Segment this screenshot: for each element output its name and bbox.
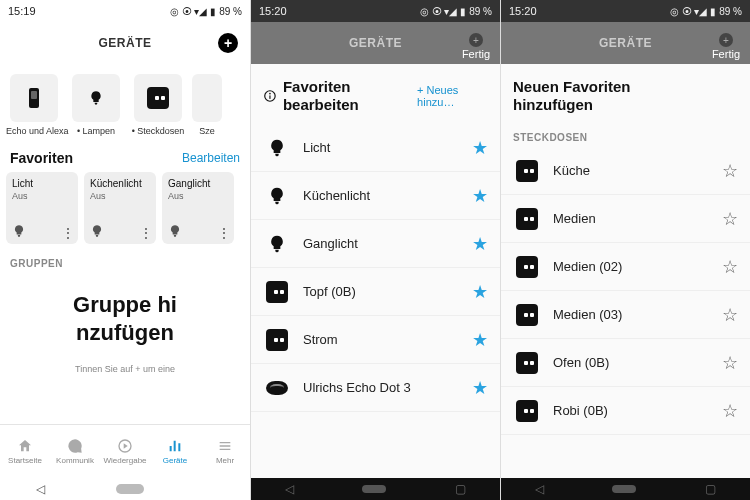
category-lamps[interactable]: • Lampen [68, 74, 124, 136]
favorite-list: Licht ★ Küchenlicht ★ Ganglicht ★ Topf (… [251, 124, 500, 412]
favorite-tile[interactable]: Ganglicht Aus ⋮ [162, 172, 234, 244]
status-icons: ◎ ⦿ ▾◢ ▮ 89 % [420, 6, 492, 17]
nav-communicate[interactable]: Kommunik [50, 425, 100, 478]
section-plugs: STECKDOSEN [501, 124, 750, 147]
bulb-icon [88, 90, 104, 106]
item-label: Medien [553, 211, 722, 226]
star-outline-icon[interactable]: ☆ [722, 400, 738, 422]
back-icon[interactable]: ◁ [285, 482, 294, 496]
star-outline-icon[interactable]: ☆ [722, 208, 738, 230]
done-button[interactable]: +Fertig [462, 33, 490, 60]
header: GERÄTE +Fertig [501, 22, 750, 64]
plug-icon [513, 205, 541, 233]
star-filled-icon[interactable]: ★ [472, 329, 488, 351]
nav-play[interactable]: Wiedergabe [100, 425, 150, 478]
item-label: Robi (0B) [553, 403, 722, 418]
item-label: Ulrichs Echo Dot 3 [303, 380, 472, 395]
panel-header: Neuen Favoriten hinzufügen [501, 70, 750, 124]
content: Echo und Alexa • Lampen • Steckdosen Sze… [0, 64, 250, 424]
plug-icon [513, 349, 541, 377]
header-title: GERÄTE [599, 36, 652, 50]
list-item[interactable]: Strom ★ [251, 316, 500, 364]
list-item[interactable]: Licht ★ [251, 124, 500, 172]
header-title: GERÄTE [349, 36, 402, 50]
favorites-header: Favoriten Bearbeiten [0, 144, 250, 172]
tile-menu-icon[interactable]: ⋮ [218, 226, 230, 240]
list-item[interactable]: Küchenlicht ★ [251, 172, 500, 220]
item-label: Ofen (0B) [553, 355, 722, 370]
star-filled-icon[interactable]: ★ [472, 137, 488, 159]
favorite-tile[interactable]: Licht Aus ⋮ [6, 172, 78, 244]
plug-icon [513, 157, 541, 185]
tile-menu-icon[interactable]: ⋮ [140, 226, 152, 240]
status-icons: ◎ ⦿ ▾◢ ▮ 89 % [170, 6, 242, 17]
home-pill-icon[interactable] [612, 485, 636, 493]
category-plugs[interactable]: • Steckdosen [130, 74, 186, 136]
back-icon[interactable]: ◁ [535, 482, 544, 496]
item-label: Strom [303, 332, 472, 347]
star-filled-icon[interactable]: ★ [472, 377, 488, 399]
echo-icon [263, 374, 291, 402]
screen-add-favorite: 15:20 ◎ ⦿ ▾◢ ▮ 89 % GERÄTE +Fertig Neuen… [500, 0, 750, 500]
category-echo[interactable]: Echo und Alexa [6, 74, 62, 136]
svg-rect-3 [269, 95, 270, 98]
favorite-tile[interactable]: Küchenlicht Aus ⋮ [84, 172, 156, 244]
list-item[interactable]: Medien ☆ [501, 195, 750, 243]
list-item[interactable]: Topf (0B) ★ [251, 268, 500, 316]
star-filled-icon[interactable]: ★ [472, 185, 488, 207]
star-outline-icon[interactable]: ☆ [722, 256, 738, 278]
tile-menu-icon[interactable]: ⋮ [62, 226, 74, 240]
add-group-hint: Tinnen Sie auf + um eine [0, 364, 250, 374]
bulb-icon [12, 224, 26, 238]
plug-icon [263, 278, 291, 306]
item-label: Küchenlicht [303, 188, 472, 203]
list-item[interactable]: Küche ☆ [501, 147, 750, 195]
add-new-link[interactable]: + Neues hinzu… [417, 84, 488, 108]
plug-icon [513, 253, 541, 281]
groups-label: GRUPPEN [0, 254, 250, 273]
plug-icon [513, 301, 541, 329]
home-icon[interactable] [116, 484, 144, 494]
screen-edit-favorites: 15:20 ◎ ⦿ ▾◢ ▮ 89 % GERÄTE +Fertig Favor… [250, 0, 500, 500]
back-icon[interactable]: ◁ [36, 482, 45, 496]
recents-icon[interactable]: ▢ [455, 482, 466, 496]
edit-favorites-link[interactable]: Bearbeiten [182, 151, 240, 165]
item-label: Küche [553, 163, 722, 178]
category-scenes[interactable]: Sze [192, 74, 222, 136]
echo-tower-icon [29, 88, 39, 108]
list-item[interactable]: Robi (0B) ☆ [501, 387, 750, 435]
list-item[interactable]: Ganglicht ★ [251, 220, 500, 268]
bulb-icon [168, 224, 182, 238]
item-label: Medien (02) [553, 259, 722, 274]
info-icon [263, 88, 277, 104]
home-pill-icon[interactable] [362, 485, 386, 493]
star-outline-icon[interactable]: ☆ [722, 160, 738, 182]
add-button[interactable]: + [218, 33, 238, 53]
status-bar: 15:19 ◎ ⦿ ▾◢ ▮ 89 % [0, 0, 250, 22]
header-title: GERÄTE [98, 36, 151, 50]
plug-icon [147, 87, 169, 109]
list-item[interactable]: Medien (03) ☆ [501, 291, 750, 339]
star-outline-icon[interactable]: ☆ [722, 304, 738, 326]
favorite-tiles: Licht Aus ⋮ Küchenlicht Aus ⋮ Ganglicht … [0, 172, 250, 254]
header: GERÄTE +Fertig [251, 22, 500, 64]
list-item[interactable]: Ofen (0B) ☆ [501, 339, 750, 387]
star-outline-icon[interactable]: ☆ [722, 352, 738, 374]
recents-icon[interactable]: ▢ [705, 482, 716, 496]
nav-more[interactable]: Mehr [200, 425, 250, 478]
done-button[interactable]: +Fertig [712, 33, 740, 60]
star-filled-icon[interactable]: ★ [472, 233, 488, 255]
nav-home[interactable]: Startseite [0, 425, 50, 478]
add-group-button[interactable]: Gruppe hi nzufügen [0, 273, 250, 364]
star-filled-icon[interactable]: ★ [472, 281, 488, 303]
list-item[interactable]: Ulrichs Echo Dot 3 ★ [251, 364, 500, 412]
list-item[interactable]: Medien (02) ☆ [501, 243, 750, 291]
panel-title: Favoriten bearbeiten [283, 78, 411, 114]
system-nav-bar: ◁ [0, 478, 250, 500]
system-nav-bar: ◁ ▢ [501, 478, 750, 500]
nav-devices[interactable]: Geräte [150, 425, 200, 478]
category-row: Echo und Alexa • Lampen • Steckdosen Sze [0, 70, 250, 144]
favorites-title: Favoriten [10, 150, 73, 166]
item-label: Licht [303, 140, 472, 155]
svg-point-2 [269, 93, 271, 95]
